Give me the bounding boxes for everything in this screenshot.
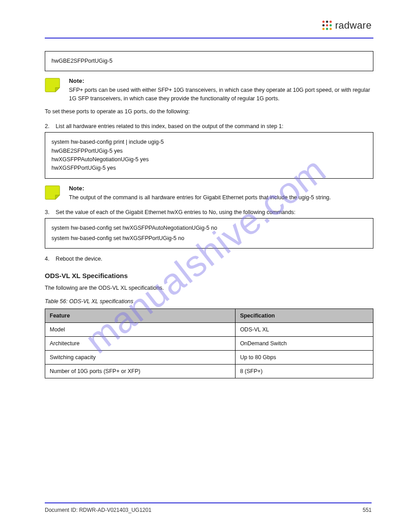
cell-feature: Switching capacity xyxy=(45,351,235,365)
cell-spec: Up to 80 Gbps xyxy=(235,351,373,365)
note-2: Note: The output of the command is all h… xyxy=(45,185,373,202)
cell-spec: 8 (SFP+) xyxy=(235,365,373,378)
step-3: 3. Set the value of each of the Gigabit … xyxy=(45,209,373,215)
brand-dots-icon xyxy=(322,21,332,30)
step-label: 3. xyxy=(45,209,49,215)
note-title: Note: xyxy=(69,185,373,192)
step-label: 4. xyxy=(45,256,49,262)
step-text: Set the value of each of the Gigabit Eth… xyxy=(56,209,295,215)
footer-page: 551 xyxy=(363,507,372,513)
table-header-row: Feature Specification xyxy=(45,309,373,323)
code-line: hwXGSFPPortUGig-5 yes xyxy=(51,164,367,172)
sticky-note-icon xyxy=(45,185,62,200)
page-footer: Document ID: RDWR-AD-V021403_UG1201 551 xyxy=(45,502,372,513)
table-row: Switching capacity Up to 80 Gbps xyxy=(45,351,373,365)
step-text: List all hardware entries related to thi… xyxy=(56,123,283,129)
code-line: hwXGSFPPAutoNegotiationUGig-5 yes xyxy=(51,155,367,164)
table-row: Architecture OnDemand Switch xyxy=(45,337,373,351)
section-intro: The following are the ODS-VL XL specific… xyxy=(45,284,373,292)
code-block-3: system hw-based-config set hwXGSFPPAutoN… xyxy=(45,218,373,249)
paragraph: To set these ports to operate as 1G port… xyxy=(45,107,373,116)
cell-spec: OnDemand Switch xyxy=(235,337,373,351)
table-row: Model ODS-VL XL xyxy=(45,323,373,337)
step-text: Reboot the device. xyxy=(56,256,102,262)
th-spec: Specification xyxy=(235,309,373,323)
table-caption: Table 56: ODS-VL XL specifications xyxy=(45,297,373,306)
cell-spec: ODS-VL XL xyxy=(235,323,373,337)
code-block-1: hwGBE2SFPPortUGig-5 xyxy=(45,51,373,71)
brand-logo: radware xyxy=(322,20,372,31)
brand-name: radware xyxy=(335,20,372,31)
step-4: 4. Reboot the device. xyxy=(45,256,373,262)
code-line: system hw-based-config print | include u… xyxy=(51,138,367,146)
note-title: Note: xyxy=(69,77,373,84)
page: radware manualshive.com hwGBE2SFPPortUGi… xyxy=(0,0,411,532)
code-line: system hw-based-config set hwXGSFPPortUG… xyxy=(51,234,367,243)
step-label: 2. xyxy=(45,123,49,129)
note-body: The output of the command is all hardwar… xyxy=(69,193,373,202)
code-block-2: system hw-based-config print | include u… xyxy=(45,132,373,179)
note-1: Note: SFP+ ports can be used with either… xyxy=(45,77,373,103)
cell-feature: Architecture xyxy=(45,337,235,351)
section-title: ODS-VL XL Specifications xyxy=(45,272,373,279)
table-row: Number of 10G ports (SFP+ or XFP) 8 (SFP… xyxy=(45,365,373,378)
code-line: hwGBE2SFPPortUGig-5 xyxy=(51,57,367,65)
th-feature: Feature xyxy=(45,309,235,323)
sticky-note-icon xyxy=(45,77,62,93)
code-line: hwGBE2SFPPortUGig-5 yes xyxy=(51,147,367,155)
code-line: system hw-based-config set hwXGSFPPAutoN… xyxy=(51,224,367,232)
step-2: 2. List all hardware entries related to … xyxy=(45,123,373,129)
footer-doc-id: Document ID: RDWR-AD-V021403_UG1201 xyxy=(45,507,151,513)
cell-feature: Number of 10G ports (SFP+ or XFP) xyxy=(45,365,235,378)
cell-feature: Model xyxy=(45,323,235,337)
note-body: SFP+ ports can be used with either SFP+ … xyxy=(69,86,373,103)
spec-table: Feature Specification Model ODS-VL XL Ar… xyxy=(45,309,373,378)
